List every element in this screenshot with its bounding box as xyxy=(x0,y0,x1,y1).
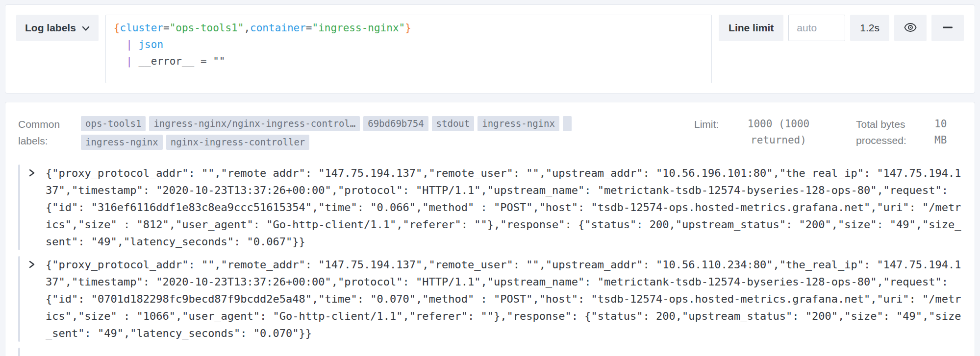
log-rows: {"proxy_protocol_addr": "","remote_addr"… xyxy=(18,165,962,356)
log-level-indicator xyxy=(18,165,20,250)
query-options: Line limit 1.2s xyxy=(719,15,964,41)
logs-meta-row: Common labels: ops-tools1ingress-nginx/n… xyxy=(18,116,962,150)
minus-icon xyxy=(941,21,954,35)
bytes-stat: Total bytes processed: 10 MB xyxy=(856,116,957,148)
log-line-text xyxy=(46,348,962,356)
query-stats: Limit: 1000 (1000 returned) Total bytes … xyxy=(694,116,962,148)
eye-icon xyxy=(904,21,917,36)
label-badge: ingress-nginx xyxy=(477,116,559,131)
label-badge: ingress-nginx/nginx-ingress-control… xyxy=(149,116,360,131)
label-badge: nginx-ingress-controller xyxy=(166,135,310,150)
query-toolbar-panel: Log labels {cluster="ops-tools1",contain… xyxy=(5,4,975,94)
live-tail-button[interactable] xyxy=(894,15,927,41)
log-level-indicator xyxy=(18,256,20,342)
label-badge xyxy=(563,116,572,131)
label-badge: stdout xyxy=(432,116,475,131)
query-line: | json xyxy=(114,36,704,53)
query-editor[interactable]: {cluster="ops-tools1",container="ingress… xyxy=(105,15,712,83)
log-row[interactable]: {"proxy_protocol_addr": "","remote_addr"… xyxy=(18,165,962,250)
query-duration-badge: 1.2s xyxy=(850,15,889,41)
log-line-text: {"proxy_protocol_addr": "","remote_addr"… xyxy=(46,165,962,250)
limit-stat-value: 1000 (1000 returned) xyxy=(739,116,818,148)
log-row[interactable]: {"proxy_protocol_addr": "","remote_addr"… xyxy=(18,256,962,342)
label-badge: ingress-nginx xyxy=(81,135,163,150)
log-level-indicator xyxy=(18,348,20,356)
label-badge: ops-tools1 xyxy=(81,116,146,131)
query-line: {cluster="ops-tools1",container="ingress… xyxy=(114,20,704,36)
chevron-right-icon[interactable] xyxy=(28,165,46,250)
chevron-right-icon[interactable] xyxy=(28,348,46,356)
limit-stat-label: Limit: xyxy=(694,116,727,148)
line-limit-input[interactable] xyxy=(788,15,845,41)
line-limit-label: Line limit xyxy=(719,15,783,41)
chevron-right-icon[interactable] xyxy=(28,256,46,342)
common-labels-badges: ops-tools1ingress-nginx/nginx-ingress-co… xyxy=(81,116,645,150)
logs-results-panel: Common labels: ops-tools1ingress-nginx/n… xyxy=(5,102,975,356)
remove-query-button[interactable] xyxy=(931,15,964,41)
log-row[interactable] xyxy=(18,348,962,356)
log-labels-dropdown-button[interactable]: Log labels xyxy=(16,15,99,41)
common-labels-label: Common labels: xyxy=(18,116,81,149)
chevron-down-icon xyxy=(82,22,90,34)
label-badge: 69bd69b754 xyxy=(363,116,428,131)
query-line: | __error__ = "" xyxy=(114,53,704,70)
log-labels-label: Log labels xyxy=(25,22,76,34)
limit-stat: Limit: 1000 (1000 returned) xyxy=(694,116,818,148)
bytes-stat-value: 10 MB xyxy=(934,116,957,148)
bytes-stat-label: Total bytes processed: xyxy=(856,116,922,148)
log-line-text: {"proxy_protocol_addr": "","remote_addr"… xyxy=(46,256,962,342)
